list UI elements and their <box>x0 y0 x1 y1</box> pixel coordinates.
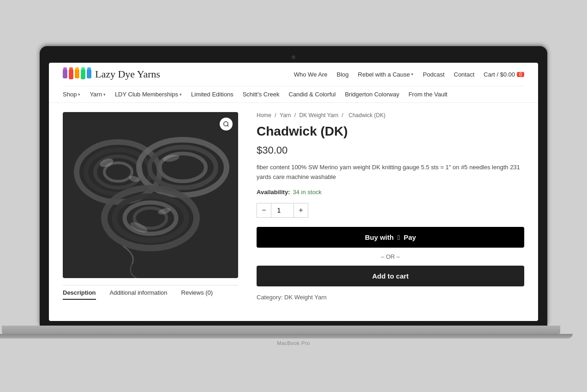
cart-badge: 0 <box>517 72 524 77</box>
or-divider: – OR – <box>257 253 524 260</box>
nav-rebel-label: Rebel with a Cause <box>358 71 410 78</box>
tab-reviews[interactable]: Reviews (0) <box>181 289 213 300</box>
breadcrumb-dk[interactable]: DK Weight Yarn <box>299 112 339 119</box>
nav-contact[interactable]: Contact <box>454 71 474 78</box>
nav-rebel[interactable]: Rebel with a Cause ▾ <box>358 71 414 78</box>
chevron-down-icon: ▾ <box>103 92 106 97</box>
site-logo-text[interactable]: Lazy Dye Yarns <box>95 68 160 80</box>
nav-from-vault[interactable]: From the Vault <box>408 91 447 98</box>
product-description: fiber content 100% SW Merino yarn weight… <box>257 163 524 182</box>
breadcrumb-current: Chadwick (DK) <box>348 112 385 119</box>
nav-shop[interactable]: Shop ▾ <box>63 91 80 98</box>
laptop-base <box>2 326 560 334</box>
bottle-1 <box>63 69 67 78</box>
product-image <box>63 112 238 278</box>
nav-yarn[interactable]: Yarn ▾ <box>90 91 106 98</box>
screen-content: Lazy Dye Yarns Who We Are Blog Rebel wit… <box>49 63 538 321</box>
secondary-nav: Shop ▾ Yarn ▾ LDY Club Memberships ▾ Lim… <box>63 86 524 102</box>
breadcrumb-sep-3: / <box>342 112 345 119</box>
breadcrumb-home[interactable]: Home <box>257 112 271 119</box>
cart-button[interactable]: Cart / $0.00 0 <box>484 71 524 78</box>
add-to-cart-button[interactable]: Add to cart <box>257 266 524 286</box>
tab-description[interactable]: Description <box>63 289 96 300</box>
laptop-wrapper: Lazy Dye Yarns Who We Are Blog Rebel wit… <box>40 46 547 346</box>
product-image-section: Description Additional information Revie… <box>63 112 238 315</box>
bottle-4 <box>81 69 85 79</box>
logo-area: Lazy Dye Yarns <box>63 68 160 80</box>
nav-ldy-label: LDY Club Memberships <box>115 91 178 98</box>
product-title: Chadwick (DK) <box>257 124 524 139</box>
product-area: Description Additional information Revie… <box>49 103 538 321</box>
product-info-section: Home / Yarn / DK Weight Yarn / Chadwick … <box>257 112 524 315</box>
chevron-down-icon: ▾ <box>411 72 413 77</box>
laptop-bezel: Lazy Dye Yarns Who We Are Blog Rebel wit… <box>40 46 547 326</box>
top-nav: Lazy Dye Yarns Who We Are Blog Rebel wit… <box>63 63 524 86</box>
quantity-increase-button[interactable]: + <box>294 203 308 218</box>
tab-additional-info[interactable]: Additional information <box>110 289 168 300</box>
nav-who-we-are[interactable]: Who We Are <box>294 71 328 78</box>
nav-limited-editions[interactable]: Limited Editions <box>191 91 234 98</box>
bottle-5 <box>87 69 91 78</box>
category-value[interactable]: DK Weight Yarn <box>284 294 327 301</box>
pay-label: Pay <box>404 233 416 241</box>
cart-label: Cart / $0.00 <box>484 71 515 78</box>
buy-label: Buy with <box>365 233 394 241</box>
search-icon <box>223 121 229 127</box>
availability-value: 34 in stock <box>293 189 321 196</box>
webcam <box>292 55 295 59</box>
macbook-label: MacBook Pro <box>277 340 310 346</box>
category-label: Category: <box>257 294 282 301</box>
category-row: Category: DK Weight Yarn <box>257 294 524 301</box>
chevron-down-icon: ▾ <box>78 92 80 97</box>
quantity-decrease-button[interactable]: − <box>257 203 271 218</box>
quantity-input[interactable] <box>271 203 294 218</box>
availability-label: Availability: <box>257 189 290 196</box>
main-nav: Who We Are Blog Rebel with a Cause ▾ Pod… <box>294 71 524 78</box>
product-price: $30.00 <box>257 144 524 156</box>
availability-row: Availability: 34 in stock <box>257 189 524 196</box>
nav-candid-colorful[interactable]: Candid & Colorful <box>289 91 336 98</box>
breadcrumb-sep-2: / <box>294 112 298 119</box>
nav-bridgerton[interactable]: Bridgerton Colorway <box>345 91 399 98</box>
logo-bottles <box>63 69 91 79</box>
breadcrumb-sep-1: / <box>275 112 278 119</box>
bottle-2 <box>69 69 73 79</box>
nav-schitts-creek[interactable]: Schitt's Creek <box>243 91 280 98</box>
apple-logo-icon:  <box>397 233 400 241</box>
buy-apple-pay-button[interactable]: Buy with  Pay <box>257 227 524 248</box>
search-zoom-button[interactable] <box>220 118 233 131</box>
breadcrumb: Home / Yarn / DK Weight Yarn / Chadwick … <box>257 112 524 119</box>
site-header: Lazy Dye Yarns Who We Are Blog Rebel wit… <box>49 63 538 103</box>
chevron-down-icon: ▾ <box>180 92 182 97</box>
quantity-row: − + <box>257 203 524 218</box>
nav-podcast[interactable]: Podcast <box>423 71 444 78</box>
nav-shop-label: Shop <box>63 91 77 98</box>
bottle-3 <box>75 69 79 78</box>
product-tabs: Description Additional information Revie… <box>63 285 238 300</box>
nav-ldy-club[interactable]: LDY Club Memberships ▾ <box>115 91 182 98</box>
laptop-bottom <box>0 334 573 339</box>
svg-point-17 <box>224 122 228 126</box>
breadcrumb-yarn[interactable]: Yarn <box>280 112 291 119</box>
nav-yarn-label: Yarn <box>90 91 102 98</box>
nav-blog[interactable]: Blog <box>337 71 349 78</box>
product-image-container <box>63 112 238 278</box>
